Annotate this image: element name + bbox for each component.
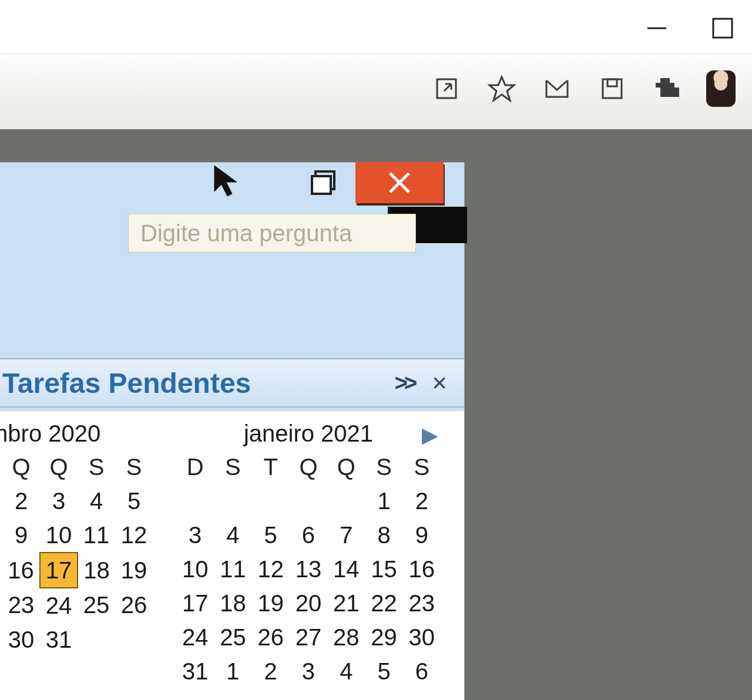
calendar-day[interactable]: 2: [252, 654, 290, 688]
calendar-day[interactable]: 24: [40, 588, 78, 622]
app-close-button[interactable]: [355, 162, 444, 203]
calendar-day[interactable]: 5: [115, 484, 153, 518]
calendar-left-title-text: mbro 2020: [0, 420, 100, 447]
calendar-day: [290, 484, 327, 518]
browser-toolbar: [0, 54, 752, 129]
calendar-day[interactable]: 16: [403, 552, 441, 586]
calendar-day[interactable]: 2: [2, 484, 40, 518]
calendar-day[interactable]: 28: [327, 620, 365, 654]
help-search-box[interactable]: [128, 214, 416, 253]
app-restore-button[interactable]: [291, 162, 355, 203]
calendar-day[interactable]: 26: [252, 620, 290, 654]
calendar-left-title: mbro 2020: [0, 417, 153, 450]
calendar-day[interactable]: 10: [176, 552, 214, 586]
profile-avatar[interactable]: [706, 70, 736, 107]
calendar-day[interactable]: 7: [327, 518, 365, 552]
calendar-day[interactable]: 10: [40, 518, 78, 553]
calendar-dow: S: [365, 450, 402, 484]
calendar-day[interactable]: 26: [115, 588, 153, 622]
calendar-dow: T: [252, 450, 290, 484]
calendar-right-title: janeiro 2021 ▶: [176, 417, 441, 450]
panel-close-button[interactable]: ×: [422, 368, 457, 398]
calendar-dow: S: [78, 450, 115, 484]
calendar-day: [115, 622, 153, 657]
calendar-day: [214, 484, 251, 518]
calendar-day[interactable]: 3: [176, 518, 214, 552]
maximize-button[interactable]: [710, 15, 736, 41]
svg-rect-4: [607, 79, 617, 86]
extensions-icon[interactable]: [651, 72, 684, 105]
star-icon[interactable]: [485, 72, 518, 105]
calendar-day[interactable]: 15: [365, 552, 402, 586]
calendar-day[interactable]: 2: [403, 484, 441, 518]
calendar-day[interactable]: 9: [2, 518, 40, 553]
calendar-day[interactable]: 19: [115, 553, 153, 588]
calendar-day[interactable]: 4: [78, 484, 115, 518]
calendar-day[interactable]: 13: [290, 552, 327, 586]
calendar-day[interactable]: 3: [40, 484, 78, 518]
svg-rect-1: [713, 19, 732, 38]
calendar-dow: S: [115, 450, 153, 484]
calendar-day[interactable]: 8: [365, 518, 402, 552]
calendar-day[interactable]: 19: [252, 586, 290, 620]
calendar-day[interactable]: 18: [214, 586, 251, 620]
pending-tasks-panel-header: Tarefas Pendentes >> ×: [0, 358, 464, 408]
gmail-icon[interactable]: [540, 72, 573, 105]
calendar-day[interactable]: 22: [365, 586, 402, 620]
calendar-right-title-text: janeiro 2021: [244, 420, 373, 447]
help-search-input[interactable]: [139, 220, 415, 247]
calendar-day[interactable]: 9: [403, 518, 441, 552]
calendar-day[interactable]: 24: [176, 620, 214, 654]
calendar-day[interactable]: 11: [78, 518, 115, 553]
calendar-day[interactable]: 17: [176, 586, 214, 620]
calendar-dow: S: [403, 450, 441, 484]
calendar-day: [176, 484, 214, 518]
calendar-day[interactable]: 4: [214, 518, 251, 552]
calendar-day[interactable]: 25: [78, 588, 115, 622]
calendar-dow: Q: [327, 450, 365, 484]
calendar-dow: Q: [290, 450, 327, 484]
calendar-day[interactable]: 23: [403, 586, 441, 620]
calendar-day[interactable]: 27: [290, 620, 327, 654]
calendar-month-right: janeiro 2021 ▶ DSTQQSS 12345678910111213…: [176, 417, 441, 700]
calendar-day[interactable]: 4: [327, 654, 365, 688]
calendar-dow: D: [176, 450, 214, 484]
calendar-day[interactable]: 14: [327, 552, 365, 586]
calendar-left-grid[interactable]: TQQSS 1234589101112151617181922232425262…: [0, 450, 153, 657]
calendar-day[interactable]: 6: [403, 654, 441, 688]
calendar-day[interactable]: 31: [40, 622, 78, 657]
calendar-day[interactable]: 1: [214, 654, 251, 688]
calendar-day[interactable]: 20: [290, 586, 327, 620]
app-window-controls: [209, 162, 444, 203]
calendar-day[interactable]: 12: [252, 552, 290, 586]
calendar-day[interactable]: 29: [365, 620, 402, 654]
panel-expand-button[interactable]: >>: [387, 371, 422, 396]
calendar-month-left: mbro 2020 TQQSS 123458910111215161718192…: [0, 417, 153, 700]
calendar-day[interactable]: 6: [290, 518, 327, 552]
calendar-day[interactable]: 3: [290, 654, 327, 688]
calendar-next-button[interactable]: ▶: [422, 423, 438, 447]
calendar-day[interactable]: 12: [115, 518, 153, 553]
calendar-day[interactable]: 30: [403, 620, 441, 654]
calendar-day[interactable]: 5: [365, 654, 402, 688]
share-icon[interactable]: [430, 72, 463, 105]
calendar-day[interactable]: 25: [214, 620, 251, 654]
calendar-day[interactable]: 21: [327, 586, 365, 620]
calendar-day: [78, 622, 115, 657]
calendar-day[interactable]: 23: [2, 588, 40, 622]
calendar-day: [252, 484, 290, 518]
calendar-dow: S: [214, 450, 251, 484]
calendar-day[interactable]: 30: [2, 622, 40, 657]
calendar-day[interactable]: 31: [176, 654, 214, 688]
calendar-day[interactable]: 16: [2, 553, 40, 588]
calendar-dow: Q: [40, 450, 78, 484]
calendar-day[interactable]: 1: [365, 484, 402, 518]
calendar-day[interactable]: 5: [252, 518, 290, 552]
os-titlebar: [0, 0, 752, 54]
calendar-day[interactable]: 18: [78, 553, 115, 588]
calendar-day[interactable]: 11: [214, 552, 251, 586]
calendar-right-grid[interactable]: DSTQQSS 12345678910111213141516171819202…: [176, 450, 441, 688]
save-box-icon[interactable]: [596, 72, 629, 105]
calendar-day[interactable]: 17: [40, 553, 78, 588]
minimize-button[interactable]: [644, 15, 670, 41]
